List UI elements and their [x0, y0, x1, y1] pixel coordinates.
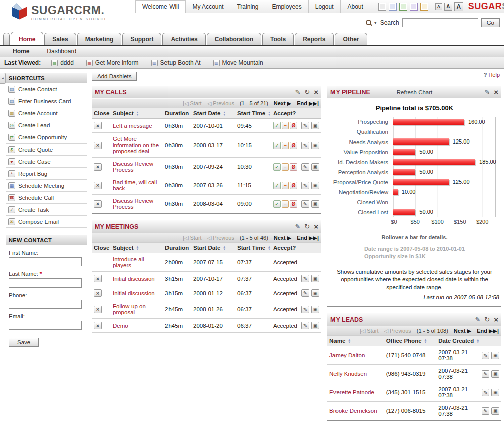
sidebar-shortcut-report-bug[interactable]: *Report Bug — [6, 168, 87, 180]
view-icon[interactable]: ▣ — [491, 407, 499, 415]
sort-arrows-icon[interactable]: ▲▼ — [268, 246, 271, 251]
sidebar-collapse-button[interactable]: ◂ — [0, 73, 6, 84]
pager-end-button[interactable]: End ▶▶| — [477, 328, 499, 334]
sort-arrows-icon[interactable]: ▲▼ — [223, 246, 226, 251]
close-activity-button[interactable]: × — [94, 182, 102, 189]
last-viewed-item[interactable]: ▦Get More inform — [80, 57, 145, 68]
subject-link[interactable]: Discuss Review Process — [113, 161, 153, 173]
view-icon[interactable]: ▣ — [311, 142, 319, 149]
close-activity-button[interactable]: × — [94, 306, 102, 313]
view-icon[interactable]: ▣ — [311, 306, 319, 313]
column-header-start-time[interactable]: Start Time▲▼ — [235, 108, 271, 119]
edit-icon[interactable]: ✎ — [301, 163, 309, 171]
theme-swatch-blue[interactable] — [389, 3, 397, 11]
column-header-start-time[interactable]: Start Time▲▼ — [235, 243, 271, 253]
close-activity-button[interactable]: × — [94, 163, 102, 171]
close-icon[interactable]: × — [314, 222, 318, 231]
tab-sales[interactable]: Sales — [44, 33, 76, 45]
close-activity-button[interactable]: × — [94, 122, 102, 129]
tab-other[interactable]: Other — [335, 33, 367, 45]
accept-icon[interactable]: ✓ — [273, 200, 281, 208]
column-header-office-phone[interactable]: Office Phone▲▼ — [384, 336, 437, 346]
subject-link[interactable]: Get More information on the proposed dea… — [113, 136, 159, 154]
email-field[interactable] — [9, 321, 82, 330]
sort-arrows-icon[interactable]: ▲▼ — [424, 339, 427, 344]
tab-reports[interactable]: Reports — [295, 33, 333, 45]
close-activity-button[interactable]: × — [94, 275, 102, 282]
search-icon[interactable] — [365, 19, 372, 26]
edit-icon[interactable]: ✎ — [301, 275, 309, 282]
refresh-icon[interactable]: ↻ — [304, 223, 310, 230]
subject-link[interactable]: Bad time, will call back — [113, 179, 157, 191]
sidebar-shortcut-create-lead[interactable]: ◎Create Lead — [6, 119, 87, 131]
sidebar-shortcut-enter-business-card[interactable]: ▤Enter Business Card — [6, 95, 87, 107]
subject-link[interactable]: Initial discussion — [113, 290, 155, 296]
edit-icon[interactable]: ✎ — [301, 289, 309, 297]
column-header-start-date[interactable]: Start Date▲▼ — [191, 108, 235, 119]
chart-bar[interactable] — [393, 189, 398, 195]
save-button[interactable]: Save — [9, 338, 39, 347]
edit-icon[interactable]: ✎ — [482, 352, 490, 359]
close-icon[interactable]: × — [494, 88, 498, 96]
tentative-icon[interactable]: – — [282, 142, 289, 149]
edit-icon[interactable]: ✎ — [482, 370, 490, 378]
accept-icon[interactable]: ✓ — [273, 122, 281, 129]
tentative-icon[interactable]: – — [282, 122, 289, 129]
chart-bar[interactable] — [393, 159, 475, 165]
close-activity-button[interactable]: × — [94, 142, 102, 149]
decline-icon[interactable]: Ø — [290, 163, 297, 171]
utility-nav-item[interactable]: Training — [230, 0, 265, 13]
font-size-button-1[interactable]: A — [435, 3, 442, 10]
sort-arrows-icon[interactable]: ▲▼ — [348, 339, 351, 344]
view-icon[interactable]: ▣ — [311, 275, 319, 282]
subject-link[interactable]: Initial discussion — [113, 276, 155, 282]
refresh-icon[interactable]: ↻ — [304, 88, 310, 96]
accept-icon[interactable]: ✓ — [273, 182, 281, 189]
tab-collaboration[interactable]: Collaboration — [207, 33, 261, 45]
edit-icon[interactable]: ✎ — [301, 200, 309, 208]
subject-link[interactable]: Left a message — [113, 123, 152, 129]
column-header-subject[interactable]: Subject▲▼ — [111, 108, 163, 119]
tab-home[interactable]: Home — [11, 32, 43, 45]
view-icon[interactable]: ▣ — [311, 289, 319, 297]
edit-icon[interactable]: ✎ — [301, 142, 309, 149]
view-icon[interactable]: ▣ — [311, 182, 319, 189]
utility-nav-item[interactable]: Employees — [265, 0, 308, 13]
lead-name-link[interactable]: Everette Patnode — [329, 389, 374, 395]
tab-support[interactable]: Support — [122, 33, 161, 45]
last-viewed-item[interactable]: ▥Move Mountain — [207, 57, 269, 68]
chart-bar[interactable] — [393, 179, 449, 185]
subject-link[interactable]: Demo — [113, 323, 128, 329]
lead-name-link[interactable]: Nelly Knudsen — [329, 371, 367, 377]
accept-icon[interactable]: ✓ — [273, 142, 281, 149]
edit-icon[interactable]: ✎ — [475, 316, 480, 323]
view-icon[interactable]: ▣ — [311, 322, 319, 329]
font-size-button-3[interactable]: A — [454, 2, 463, 11]
chart-bar[interactable] — [393, 138, 449, 145]
subnav-item-home[interactable]: Home — [4, 46, 38, 57]
help-link[interactable]: ?Help — [484, 72, 500, 78]
close-activity-button[interactable]: × — [94, 200, 102, 208]
edit-icon[interactable]: ✎ — [482, 407, 490, 415]
utility-nav-item[interactable]: Logout — [309, 0, 341, 13]
theme-swatch-green[interactable] — [399, 3, 407, 11]
sidebar-shortcut-create-task[interactable]: ✓Create Task — [6, 204, 87, 216]
decline-icon[interactable]: Ø — [290, 122, 297, 129]
edit-icon[interactable]: ✎ — [301, 306, 309, 313]
sidebar-shortcut-create-account[interactable]: ▦Create Account — [6, 107, 87, 119]
utility-nav-item[interactable]: My Account — [186, 0, 230, 13]
add-dashlets-button[interactable]: Add Dashlets — [92, 72, 137, 81]
decline-icon[interactable]: Ø — [290, 200, 297, 208]
decline-icon[interactable]: Ø — [290, 182, 297, 189]
search-input[interactable] — [402, 18, 478, 27]
sidebar-shortcut-create-contact[interactable]: ▤Create Contact — [6, 83, 87, 95]
tab-marketing[interactable]: Marketing — [77, 33, 122, 45]
theme-swatch-gray[interactable] — [378, 3, 386, 11]
last-name-field[interactable] — [9, 278, 82, 288]
sidebar-shortcut-schedule-meeting[interactable]: ▦Schedule Meeting — [6, 180, 87, 192]
column-header-name[interactable]: Name▲▼ — [327, 336, 384, 346]
tentative-icon[interactable]: – — [282, 182, 289, 189]
pager-next-button[interactable]: Next ▶ — [274, 100, 291, 107]
theme-swatch-purple[interactable] — [410, 3, 418, 11]
sidebar-shortcut-schedule-call[interactable]: ☎Schedule Call — [6, 192, 87, 204]
